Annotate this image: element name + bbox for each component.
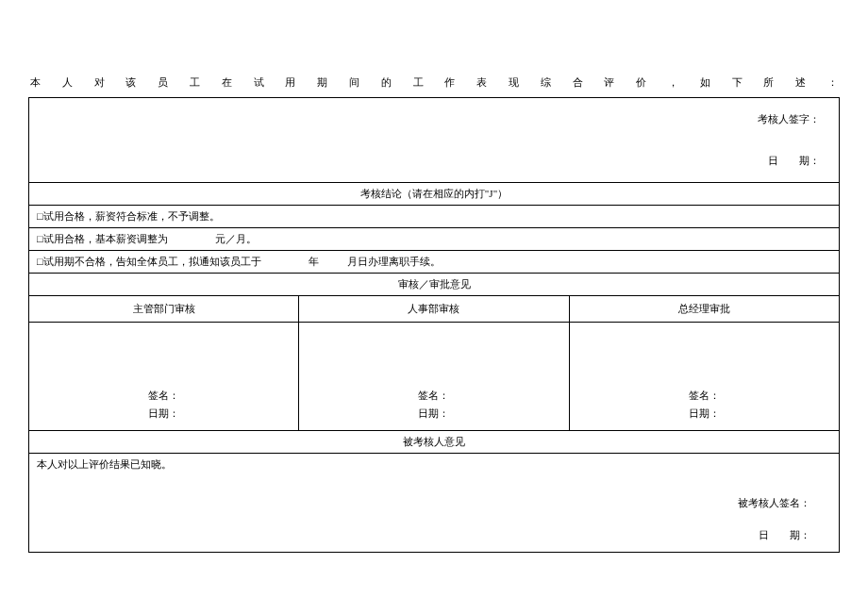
option-3-c: 月日办理离职手续。 (347, 256, 441, 267)
reviewed-text: 本人对以上评价结果已知晓。 (37, 457, 831, 472)
option-3: □试用期不合格，告知全体员工，拟通知该员工于年月日办理离职手续。 (29, 251, 840, 274)
option-2: □试用合格，基本薪资调整为元／月。 (29, 228, 840, 251)
option-2-b: 元／月。 (215, 233, 257, 244)
evaluator-sign-label: 考核人签字： (758, 112, 820, 126)
approval-header: 审核／审批意见 (29, 274, 840, 296)
evaluation-form-table: 考核人签字： 日 期： 考核结论（请在相应的内打"J"） □试用合格，薪资符合标… (28, 97, 840, 553)
approval-col3-date: 日期： (570, 407, 839, 421)
option-3-b: 年 (309, 256, 319, 267)
option-1: □试用合格，薪资符合标准，不予调整。 (29, 206, 840, 228)
option-2-a: □试用合格，基本薪资调整为 (37, 233, 168, 244)
approval-col1-header: 主管部门审核 (29, 296, 299, 323)
reviewed-box: 本人对以上评价结果已知晓。 被考核人签名： 日 期： (29, 454, 840, 553)
intro-text: 本 人 对 该 员 工 在 试 用 期 间 的 工 作 表 现 综 合 评 价 … (28, 75, 840, 90)
approval-col2-sign: 签名： (299, 389, 568, 403)
conclusion-header: 考核结论（请在相应的内打"J"） (29, 183, 840, 206)
approval-col3-box: 签名： 日期： (569, 323, 839, 431)
approval-col2-date: 日期： (299, 407, 568, 421)
evaluator-comment-cell: 考核人签字： 日 期： (29, 98, 840, 183)
approval-col3-header: 总经理审批 (569, 296, 839, 323)
evaluator-date-label: 日 期： (768, 154, 820, 168)
reviewed-date-label: 日 期： (759, 528, 810, 542)
approval-col2-header: 人事部审核 (299, 296, 569, 323)
approval-col2-box: 签名： 日期： (299, 323, 569, 431)
reviewed-header: 被考核人意见 (29, 431, 840, 454)
approval-col1-date: 日期： (29, 407, 298, 421)
option-3-a: □试用期不合格，告知全体员工，拟通知该员工于 (37, 256, 261, 267)
approval-col1-sign: 签名： (29, 389, 298, 403)
approval-col3-sign: 签名： (570, 389, 839, 403)
approval-col1-box: 签名： 日期： (29, 323, 299, 431)
reviewed-sign-label: 被考核人签名： (738, 496, 810, 510)
